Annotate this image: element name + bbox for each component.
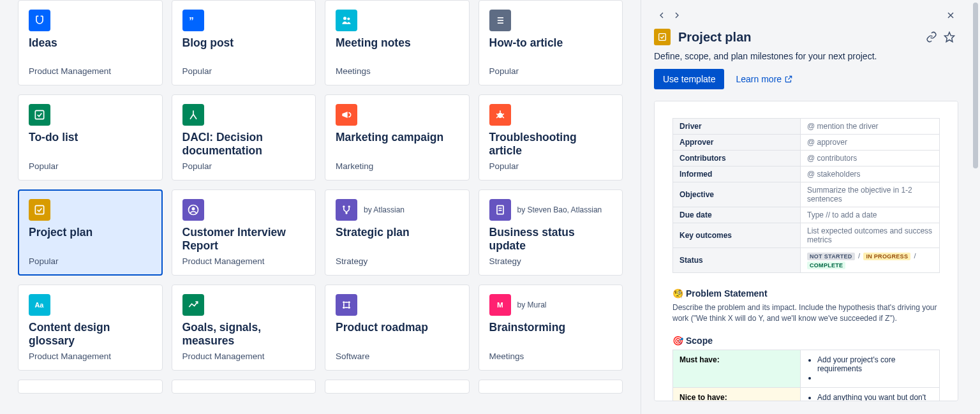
svg-point-29 bbox=[348, 301, 350, 303]
svg-point-22 bbox=[348, 205, 350, 207]
template-category: Strategy bbox=[336, 256, 459, 266]
template-title: Project plan bbox=[29, 226, 152, 239]
template-card[interactable] bbox=[325, 380, 470, 394]
row-label: Informed bbox=[673, 166, 801, 182]
svg-rect-8 bbox=[35, 110, 43, 119]
template-title: To-do list bbox=[29, 131, 152, 144]
template-gallery: Ideas Product Management ” Blog post Pop… bbox=[0, 0, 641, 414]
people-icon bbox=[336, 10, 357, 31]
template-card[interactable]: Meeting notes Meetings bbox=[325, 0, 470, 85]
doc-icon bbox=[489, 199, 511, 221]
svg-point-3 bbox=[343, 17, 346, 20]
row-label: Due date bbox=[673, 207, 801, 223]
template-card[interactable]: Goals, signals, measures Product Managem… bbox=[172, 285, 316, 371]
scrollbar-thumb[interactable] bbox=[973, 3, 978, 168]
svg-line-16 bbox=[496, 117, 498, 119]
template-preview: Driver@ mention the driverApprover@ appr… bbox=[654, 101, 958, 401]
template-category: Popular bbox=[29, 256, 152, 266]
template-card[interactable]: How-to article Popular bbox=[479, 0, 623, 85]
template-category: Software bbox=[336, 351, 459, 361]
fork-icon bbox=[182, 104, 204, 126]
row-label: Approver bbox=[673, 135, 801, 151]
template-byline: by Steven Bao, Atlassian bbox=[517, 205, 602, 214]
template-card[interactable]: by Atlassian Strategic plan Strategy bbox=[325, 189, 470, 276]
template-category: Product Management bbox=[29, 66, 152, 76]
star-icon[interactable] bbox=[940, 28, 958, 46]
template-title: Brainstorming bbox=[489, 321, 612, 334]
template-category: Popular bbox=[489, 66, 612, 76]
template-category: Popular bbox=[489, 161, 612, 171]
template-card[interactable]: Ideas Product Management bbox=[18, 0, 163, 85]
use-template-button[interactable]: Use template bbox=[654, 69, 724, 89]
link-icon[interactable] bbox=[923, 28, 940, 46]
aa-icon: Aa bbox=[29, 294, 50, 316]
close-button[interactable] bbox=[943, 8, 958, 23]
scope-table: Must have: Add your project's core requi… bbox=[672, 350, 940, 401]
template-card[interactable]: To-do list Popular bbox=[18, 94, 163, 181]
scope-value: Add your project's core requirements bbox=[801, 350, 940, 387]
chart-icon bbox=[182, 294, 204, 316]
next-button[interactable] bbox=[669, 8, 685, 23]
template-card[interactable]: by Steven Bao, Atlassian Business status… bbox=[479, 189, 623, 276]
panel-title: Project plan bbox=[678, 30, 923, 45]
table-row: Informed@ stakeholders bbox=[673, 166, 940, 182]
table-row: Nice to have: Add anything you want but … bbox=[673, 387, 940, 401]
check-square-icon bbox=[29, 104, 50, 126]
template-category: Popular bbox=[182, 161, 306, 171]
template-card[interactable]: Troubleshooting article Popular bbox=[479, 94, 623, 181]
template-title: DACI: Decision documentation bbox=[182, 131, 306, 158]
row-value: NOT STARTED / IN PROGRESS / COMPLETE bbox=[801, 248, 940, 273]
user-circle-icon bbox=[182, 199, 204, 221]
template-card[interactable] bbox=[479, 380, 623, 394]
template-title: Business status update bbox=[489, 226, 612, 253]
template-category: Strategy bbox=[489, 256, 612, 266]
template-category: Marketing bbox=[336, 161, 459, 171]
svg-marker-40 bbox=[945, 33, 954, 42]
template-byline: by Mural bbox=[517, 300, 547, 309]
table-row: Driver@ mention the driver bbox=[673, 119, 940, 135]
table-row: Key outcomesList expected outcomes and s… bbox=[673, 223, 940, 248]
svg-line-17 bbox=[502, 117, 504, 119]
template-title: Goals, signals, measures bbox=[182, 321, 306, 348]
template-card[interactable] bbox=[18, 380, 163, 394]
info-table: Driver@ mention the driverApprover@ appr… bbox=[672, 118, 940, 273]
template-card[interactable]: Aa Content design glossary Product Manag… bbox=[18, 285, 163, 371]
table-row: Contributors@ contributors bbox=[673, 151, 940, 166]
template-category: Popular bbox=[29, 161, 152, 171]
row-value: @ contributors bbox=[801, 151, 940, 166]
magnet-icon bbox=[29, 10, 50, 31]
megaphone-icon bbox=[336, 104, 357, 126]
svg-rect-18 bbox=[35, 205, 43, 214]
scrollbar[interactable] bbox=[971, 0, 980, 414]
template-title: Ideas bbox=[29, 36, 152, 50]
panel-description: Define, scope, and plan milestones for y… bbox=[641, 48, 971, 69]
svg-point-4 bbox=[347, 17, 350, 20]
svg-point-20 bbox=[191, 207, 195, 211]
row-value: Summarize the objective in 1-2 sentences bbox=[801, 182, 940, 207]
status-badge: COMPLETE bbox=[807, 262, 845, 269]
template-title: Marketing campaign bbox=[336, 131, 459, 144]
template-card[interactable]: Marketing campaign Marketing bbox=[325, 94, 470, 181]
svg-line-11 bbox=[193, 114, 197, 119]
svg-point-12 bbox=[497, 113, 502, 118]
template-card[interactable]: ” Blog post Popular bbox=[172, 0, 316, 85]
row-value: List expected outcomes and success metri… bbox=[801, 223, 940, 248]
status-badge: IN PROGRESS bbox=[863, 253, 910, 260]
template-card[interactable]: Product roadmap Software bbox=[325, 285, 470, 371]
prev-button[interactable] bbox=[654, 8, 669, 23]
template-card[interactable]: Customer Interview Report Product Manage… bbox=[172, 189, 316, 276]
scope-label: Nice to have: bbox=[673, 387, 801, 401]
template-card[interactable]: M by Mural Brainstorming Meetings bbox=[479, 285, 623, 371]
table-row: Approver@ approver bbox=[673, 135, 940, 151]
template-category: Product Management bbox=[29, 351, 152, 361]
learn-more-link[interactable]: Learn more bbox=[736, 74, 793, 84]
template-title: Customer Interview Report bbox=[182, 226, 306, 253]
branch-icon bbox=[336, 199, 357, 221]
template-card[interactable]: Project plan Popular bbox=[18, 189, 163, 276]
template-card[interactable]: DACI: Decision documentation Popular bbox=[172, 94, 316, 181]
plan-icon bbox=[29, 199, 50, 221]
row-label: Objective bbox=[673, 182, 801, 207]
list-icon bbox=[489, 10, 511, 31]
svg-line-14 bbox=[496, 114, 498, 115]
template-card[interactable] bbox=[172, 380, 316, 394]
